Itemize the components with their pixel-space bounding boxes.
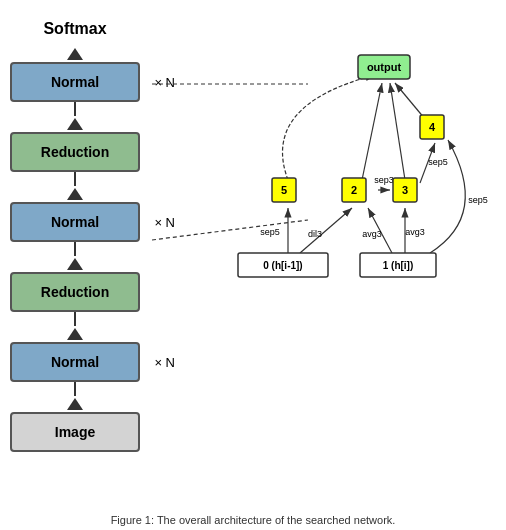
right-graph: sep5 dil3 avg3 avg3 sep3 sep5 sep5 outpu… [220, 30, 500, 370]
block-normal3: Normal [10, 62, 140, 102]
block-wrapper-reduction2: Reduction [10, 132, 140, 172]
times-n-normal1: × N [154, 355, 175, 370]
edge-label-avg3-2: avg3 [405, 227, 425, 237]
block-reduction1: Reduction [10, 272, 140, 312]
block-normal2: Normal [10, 202, 140, 242]
svg-line-2 [362, 83, 382, 180]
edge-label-sep5-3: sep5 [428, 157, 448, 167]
arrow-2 [67, 172, 83, 202]
node-input-1-label: 1 (h[i]) [383, 260, 414, 271]
edge-label-sep5-0: sep5 [260, 227, 280, 237]
arrow-4 [67, 312, 83, 342]
node-5-label: 5 [281, 184, 287, 196]
block-wrapper-reduction1: Reduction [10, 272, 140, 312]
arrow-3 [67, 242, 83, 272]
node-4-label: 4 [429, 121, 436, 133]
edge-label-sep3: sep3 [374, 175, 394, 185]
block-wrapper-normal3: Normal × N [10, 62, 140, 102]
arrow-1 [67, 102, 83, 132]
diagram-container: Softmax Normal × N Reduction [0, 0, 506, 530]
times-n-normal3: × N [154, 75, 175, 90]
block-reduction2: Reduction [10, 132, 140, 172]
times-n-normal2: × N [154, 215, 175, 230]
stack-title: Softmax [43, 20, 106, 38]
node-2-label: 2 [351, 184, 357, 196]
svg-line-3 [390, 83, 405, 180]
block-normal1: Normal [10, 342, 140, 382]
edge-label-sep5-4: sep5 [468, 195, 488, 205]
node-input-0-label: 0 (h[i-1]) [263, 260, 302, 271]
graph-svg: sep5 dil3 avg3 avg3 sep3 sep5 sep5 outpu… [220, 30, 500, 370]
arrow-top [67, 46, 83, 62]
block-wrapper-normal2: Normal × N [10, 202, 140, 242]
node-output-label: output [367, 61, 402, 73]
block-wrapper-normal1: Normal × N [10, 342, 140, 382]
left-stack: Softmax Normal × N Reduction [10, 20, 140, 452]
arrow-5 [67, 382, 83, 412]
caption: Figure 1: The overall architecture of th… [0, 514, 506, 526]
block-wrapper-image: Image [10, 412, 140, 452]
edge-label-avg3-1: avg3 [362, 229, 382, 239]
edge-label-dil3: dil3 [308, 229, 322, 239]
node-3-label: 3 [402, 184, 408, 196]
block-image: Image [10, 412, 140, 452]
